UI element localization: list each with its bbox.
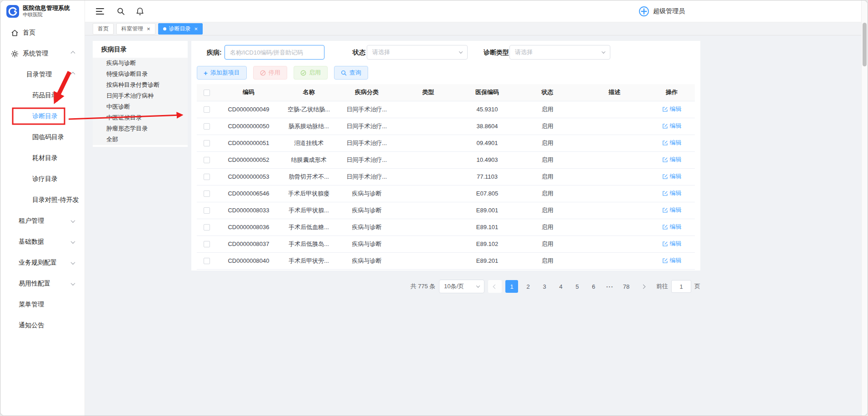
edit-button[interactable]: 编辑 [662,172,682,180]
status-filter-label: 状态 [353,45,365,60]
edit-button[interactable]: 编辑 [662,139,682,147]
page-button-3[interactable]: 3 [538,280,551,293]
row-checkbox[interactable] [204,224,210,231]
sidebar-item-home[interactable]: 首页 [0,22,85,43]
sidebar-item-base-data[interactable]: 基础数据 [0,231,85,252]
sidebar-item-catalog-mgmt[interactable]: 目录管理 [0,64,85,85]
page-button-1[interactable]: 1 [505,280,518,293]
row-checkbox[interactable] [204,157,210,163]
tab-home[interactable]: 首页 [93,23,114,35]
sidebar-item-national-code-catalog[interactable]: 国临码目录 [0,127,85,148]
select-all-checkbox[interactable] [204,90,210,96]
row-checkbox[interactable] [204,123,210,130]
catalog-item-chronic-disease[interactable]: 特慢病诊断目录 [93,69,188,80]
catalog-item-day-surgery[interactable]: 日间手术治疗病种 [93,90,188,101]
disease-search-input[interactable] [224,45,324,60]
edit-icon [662,207,668,213]
sidebar-item-consumables-catalog[interactable]: 耗材目录 [0,148,85,169]
page-button-5[interactable]: 5 [571,280,584,293]
row-checkbox[interactable] [204,106,210,113]
tab-label: 科室管理 [121,25,143,33]
user-name: 超级管理员 [653,7,685,15]
sidebar-item-tenant-mgmt[interactable]: 租户管理 [0,211,85,231]
row-checkbox[interactable] [204,140,210,146]
main-panel: 疾病: 状态 请选择 诊断类型 请选择 + 添加新项目 [191,41,700,271]
page-button-4[interactable]: 4 [554,280,567,293]
tab-department-mgmt[interactable]: 科室管理 × [116,23,155,35]
sidebar-item-treatment-catalog[interactable]: 诊疗目录 [0,169,85,190]
next-page-button[interactable] [636,280,650,293]
tab-bar: 首页 科室管理 × 诊断目录 × [85,22,862,35]
sidebar-item-label: 首页 [23,29,35,37]
close-icon[interactable]: × [195,26,198,32]
catalog-item-tumor-morphology[interactable]: 肿瘤形态学目录 [93,123,188,134]
chevron-down-icon [476,284,480,287]
page-button-last[interactable]: 78 [620,280,633,293]
active-tab-dot [163,27,166,30]
edit-button[interactable]: 编辑 [662,122,682,130]
close-icon[interactable]: × [147,26,150,32]
row-checkbox[interactable] [204,174,210,180]
table-row: CD0000008040 手术后甲状旁... 疾病与诊断 E89.201 启用 … [197,252,695,269]
catalog-item-disease-diagnosis[interactable]: 疾病与诊断 [93,58,188,69]
user-menu[interactable]: 超级管理员 [639,0,685,22]
scrollbar-thumb[interactable] [863,23,867,66]
sidebar-item-system-mgmt[interactable]: 系统管理 [0,43,85,64]
edit-button[interactable]: 编辑 [662,105,682,113]
page-size-select[interactable]: 10条/页 [439,280,484,293]
goto-page-input[interactable] [671,280,691,293]
edit-button[interactable]: 编辑 [662,256,682,265]
table-row: CD0000000049 空肠-乙状结肠... 日间手术治疗... 45.931… [197,101,695,118]
app-logo-icon [6,5,20,18]
catalog-item-all[interactable]: 全部 [93,134,188,145]
bell-icon[interactable] [136,7,144,15]
page-button-2[interactable]: 2 [522,280,534,293]
row-checkbox[interactable] [204,241,210,247]
edit-button[interactable]: 编辑 [662,206,682,214]
disease-search-input-field[interactable] [230,49,319,56]
edit-button[interactable]: 编辑 [662,240,682,248]
edit-icon [662,157,668,163]
sidebar-item-usability-config[interactable]: 易用性配置 [0,273,85,294]
diagnosis-type-select[interactable]: 请选择 [509,45,610,60]
sidebar-item-business-rules[interactable]: 业务规则配置 [0,252,85,273]
diagnosis-table: 编码 名称 疾病分类 类型 医保编码 状态 描述 操作 CD0000000049 [197,84,695,270]
catalog-item-tcm-syndrome[interactable]: 中医证候目录 [93,112,188,123]
more-pages-button[interactable]: ··· [604,280,616,293]
row-checkbox[interactable] [204,207,210,214]
page-button-6[interactable]: 6 [587,280,600,293]
prev-page-button[interactable] [488,280,502,293]
sidebar-item-label: 耗材目录 [32,154,58,162]
table-row: CD0000000050 肠系膜动脉结... 日间手术治疗... 38.8604… [197,118,695,135]
sidebar-item-label: 诊疗目录 [32,175,58,183]
query-button[interactable]: 查询 [334,66,368,80]
chevron-right-icon [641,284,645,289]
sidebar-item-drug-catalog[interactable]: 药品目录 [0,85,85,106]
sidebar-item-label: 业务规则配置 [19,259,57,267]
edit-icon [662,140,668,146]
edit-button[interactable]: 编辑 [662,155,682,164]
sidebar-item-catalog-mapping[interactable]: 目录对照-待开发 [0,190,85,211]
sidebar-item-notice[interactable]: 通知公告 [0,315,85,336]
search-icon[interactable] [117,7,125,15]
catalog-item-pay-by-disease[interactable]: 按病种目录付费诊断 [93,80,188,90]
edit-button[interactable]: 编辑 [662,223,682,231]
status-select[interactable]: 请选择 [367,45,468,60]
collapse-menu-icon[interactable] [96,8,104,15]
add-item-button[interactable]: + 添加新项目 [197,66,247,80]
tab-diagnosis-catalog[interactable]: 诊断目录 × [158,23,203,35]
row-checkbox[interactable] [204,190,210,197]
diagnosis-type-filter-label: 诊断类型 [484,45,509,60]
enable-button[interactable]: 启用 [294,66,328,80]
sidebar-item-menu-mgmt[interactable]: 菜单管理 [0,294,85,315]
catalog-item-tcm-diagnosis[interactable]: 中医诊断 [93,101,188,112]
circle-check-icon [300,70,306,76]
edit-button[interactable]: 编辑 [662,189,682,197]
chevron-left-icon [493,284,497,289]
chevron-down-icon [71,218,75,223]
row-checkbox[interactable] [204,258,210,264]
sidebar-item-diagnosis-catalog[interactable]: 诊断目录 [0,106,85,127]
disable-button[interactable]: 停用 [253,66,287,80]
vertical-scrollbar[interactable] [861,0,868,416]
toolbar: + 添加新项目 停用 启用 查询 [197,66,368,80]
